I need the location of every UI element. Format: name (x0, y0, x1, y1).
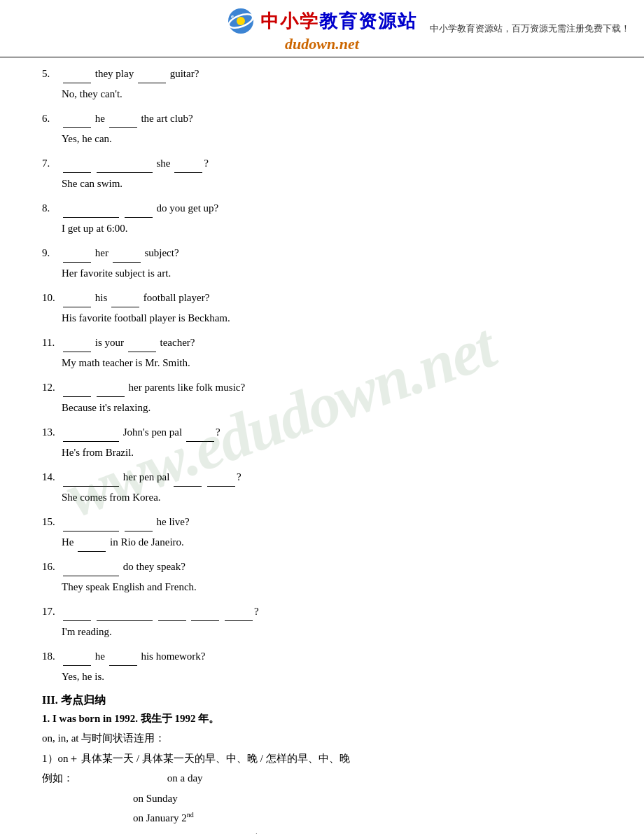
q-text-7: she ? (62, 154, 616, 173)
question-13: 13. John's pen pal ? (42, 423, 616, 442)
question-12: 12. her parents like folk music? (42, 378, 616, 397)
main-content: 5. they play guitar? No, they can't. 6. … (0, 57, 644, 834)
q-num-10: 10. (42, 289, 62, 307)
on-example-4: on the morning of October 1st (42, 828, 616, 835)
q-text-17: ? (62, 602, 616, 621)
q-text-8: do you get up? (62, 199, 616, 218)
on-example-2: on Sunday (42, 788, 616, 809)
question-7: 7. she ? (42, 154, 616, 173)
question-6: 6. he the art club? (42, 109, 616, 128)
answer-9: Her favorite subject is art. (42, 264, 616, 283)
q-num-15: 15. (42, 513, 62, 531)
q-num-11: 11. (42, 333, 62, 352)
q-text-16: do they speak? (62, 557, 616, 576)
q-text-11: is your teacher? (62, 333, 616, 352)
question-8: 8. do you get up? (42, 199, 616, 218)
section-3-title: III. 考点归纳 (42, 693, 616, 708)
on-example-label: 例如： on a day (42, 768, 616, 788)
q-text-13: John's pen pal ? (62, 423, 616, 442)
logo-area: e 中小学教育资源站 dudown.net (227, 7, 417, 53)
q-num-14: 14. (42, 468, 62, 487)
answer-14: She comes from Korea. (42, 488, 616, 507)
on-example-3: on January 2nd (42, 808, 616, 828)
q-num-18: 18. (42, 647, 62, 666)
q-num-13: 13. (42, 423, 62, 442)
answer-7: She can swim. (42, 174, 616, 193)
q-num-16: 16. (42, 557, 62, 576)
question-15: 15. he live? (42, 513, 616, 531)
answer-18: Yes, he is. (42, 667, 616, 686)
q-num-17: 17. (42, 602, 62, 621)
answer-13: He's from Brazil. (42, 443, 616, 462)
q-text-15: he live? (62, 513, 616, 531)
answer-8: I get up at 6:00. (42, 219, 616, 238)
time-prepositions-intro: on, in, at 与时间状语连用： (42, 728, 616, 749)
q-num-9: 9. (42, 244, 62, 263)
q-num-5: 5. (42, 64, 62, 83)
answer-5: No, they can't. (42, 85, 616, 104)
q-num-6: 6. (42, 109, 62, 128)
answer-12: Because it's relaxing. (42, 398, 616, 417)
q-text-5: they play guitar? (62, 64, 616, 83)
q-num-12: 12. (42, 378, 62, 397)
logo-title: 中小学教育资源站 (260, 9, 417, 34)
answer-15: He in Rio de Janeiro. (42, 533, 616, 552)
question-11: 11. is your teacher? (42, 333, 616, 352)
question-14: 14. her pen pal ? (42, 468, 616, 487)
on-rule: 1）on＋ 具体某一天 / 具体某一天的早、中、晚 / 怎样的早、中、晚 (42, 749, 616, 769)
question-9: 9. her subject? (42, 244, 616, 263)
question-16: 16. do they speak? (42, 557, 616, 576)
question-18: 18. he his homework? (42, 647, 616, 666)
q-text-10: his football player? (62, 289, 616, 307)
answer-16: They speak English and French. (42, 578, 616, 597)
logo-icon: e (227, 7, 255, 35)
logo-subtitle: dudown.net (285, 35, 359, 53)
answer-11: My math teacher is Mr. Smith. (42, 354, 616, 373)
svg-point-2 (237, 17, 245, 25)
q-num-7: 7. (42, 154, 62, 173)
page-header: e 中小学教育资源站 dudown.net 中小学教育资源站，百万资源无需注册免… (0, 0, 644, 57)
q-text-12: her parents like folk music? (62, 378, 616, 397)
question-5: 5. they play guitar? (42, 64, 616, 83)
question-17: 17. ? (42, 602, 616, 621)
answer-6: Yes, he can. (42, 130, 616, 148)
subsection-1-title: 1. I was born in 1992. 我生于 1992 年。 (42, 712, 616, 725)
q-text-6: he the art club? (62, 109, 616, 128)
answer-17: I'm reading. (42, 623, 616, 641)
header-tagline: 中小学教育资源站，百万资源无需注册免费下载！ (430, 22, 630, 35)
svg-text:e: e (231, 13, 234, 20)
answer-10: His favorite football player is Beckham. (42, 309, 616, 328)
question-10: 10. his football player? (42, 289, 616, 307)
q-text-9: her subject? (62, 244, 616, 263)
q-text-14: her pen pal ? (62, 468, 616, 487)
q-num-8: 8. (42, 199, 62, 218)
q-text-18: he his homework? (62, 647, 616, 666)
